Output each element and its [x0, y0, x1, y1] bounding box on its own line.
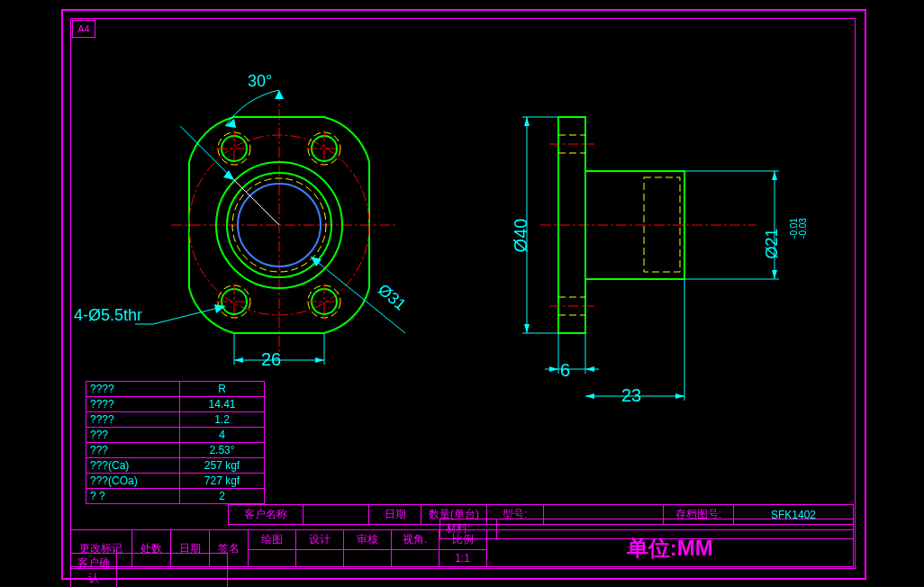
cad-canvas: A4: [0, 0, 924, 587]
front-view: [135, 54, 459, 396]
title-block-material: 材料:: [439, 519, 854, 539]
dim-w26: 26: [261, 349, 281, 370]
svg-marker-66: [675, 393, 684, 399]
svg-marker-62: [585, 366, 594, 372]
dim-holes: 4-Ø5.5thr: [74, 306, 142, 325]
unit-label: 单位:MM: [627, 536, 713, 560]
svg-marker-56: [772, 171, 777, 180]
svg-marker-52: [524, 324, 530, 333]
svg-marker-36: [234, 357, 243, 363]
svg-line-30: [153, 306, 225, 324]
svg-marker-29: [223, 170, 234, 180]
svg-marker-57: [772, 270, 777, 279]
svg-marker-51: [524, 117, 530, 126]
dim-23: 23: [621, 385, 641, 406]
svg-marker-23: [275, 90, 284, 99]
dim-6: 6: [560, 360, 570, 381]
side-view: [504, 86, 847, 428]
dim-tol-l: -0.03: [798, 218, 808, 239]
spec-table: ????R ????14.41 ????1.2 ???4 ???2.53° ??…: [86, 381, 265, 504]
svg-marker-61: [549, 366, 558, 372]
dim-dia40: Ø40: [511, 219, 531, 253]
sheet-size-label: A4: [72, 20, 95, 38]
svg-marker-65: [585, 393, 594, 399]
dim-angle: 30°: [248, 72, 272, 91]
confirm-row: 客户确认: [70, 553, 228, 587]
dim-dia21: Ø21: [763, 228, 782, 258]
svg-marker-37: [315, 357, 324, 363]
